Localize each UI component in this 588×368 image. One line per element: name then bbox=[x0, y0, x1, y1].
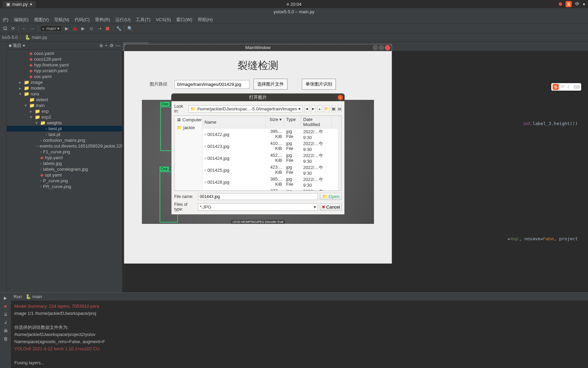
rerun-icon[interactable]: ▶ bbox=[2, 295, 9, 301]
chevron-icon[interactable]: ▾ bbox=[30, 114, 33, 120]
stop-button[interactable] bbox=[106, 27, 109, 30]
scrollbar[interactable] bbox=[338, 116, 341, 190]
new-folder-icon[interactable]: 📁 bbox=[324, 105, 329, 112]
chevron-icon[interactable]: ▾ bbox=[24, 103, 28, 108]
mainwindow-title-bar[interactable]: MainWindow bbox=[124, 44, 392, 51]
menu-code[interactable]: 代码(C) bbox=[72, 16, 92, 24]
profile-icon[interactable]: ⊙ bbox=[88, 25, 95, 32]
hide-icon[interactable]: — bbox=[116, 43, 120, 48]
coverage-icon[interactable]: ▶ bbox=[80, 25, 86, 32]
tree-item[interactable]: ▸📁models bbox=[7, 85, 122, 91]
print-icon[interactable]: 🖶 bbox=[2, 327, 9, 334]
nav-fwd-icon[interactable]: ► bbox=[311, 105, 315, 112]
col-date[interactable]: Date Modified bbox=[301, 116, 332, 128]
wrench-icon[interactable]: 🔧 bbox=[115, 25, 122, 32]
open-button[interactable]: 📁Open bbox=[320, 193, 342, 200]
filetype-select[interactable]: *.JPG▾ bbox=[198, 203, 318, 211]
attach-icon[interactable]: ⇢ bbox=[96, 25, 103, 32]
place-computer[interactable]: 🖥Computer bbox=[175, 116, 202, 124]
tree-item[interactable]: ▫last.pt bbox=[7, 132, 122, 137]
menu-tools[interactable]: 工具(T) bbox=[134, 16, 152, 24]
tree-item[interactable]: ▫P_curve.png bbox=[7, 178, 122, 184]
file-row[interactable]: ▫001429.jpg377…KiBjpg File2022/…午9:30 bbox=[202, 188, 338, 190]
run-button[interactable]: ▶ bbox=[63, 25, 70, 32]
chevron-icon[interactable]: ▸ bbox=[19, 86, 22, 91]
menu-vcs[interactable]: VCS(S) bbox=[154, 16, 173, 23]
menu-run[interactable]: 运行(U) bbox=[113, 16, 132, 24]
down-icon[interactable]: ⇊ bbox=[2, 311, 9, 317]
image-path-input[interactable] bbox=[175, 80, 249, 89]
tree-item[interactable]: ▸📁image bbox=[7, 79, 122, 85]
filename-input[interactable] bbox=[198, 193, 318, 200]
console-output[interactable]: Model Summary: 224 layers, 7053910 parai… bbox=[11, 301, 588, 368]
tree-item[interactable]: ◆coco.yaml bbox=[7, 50, 122, 56]
save-icon[interactable]: 🖫 bbox=[1, 25, 8, 32]
tree-item[interactable]: ◆coco128.yaml bbox=[7, 56, 122, 62]
select-image-button[interactable]: 选择图片文件 bbox=[254, 79, 288, 90]
col-type[interactable]: Type bbox=[284, 116, 301, 128]
record-icon[interactable] bbox=[559, 2, 562, 6]
stop-icon[interactable]: ■ bbox=[2, 303, 9, 309]
menu-view[interactable]: 视图(V) bbox=[32, 16, 51, 24]
menu-file[interactable]: (F) bbox=[1, 16, 11, 23]
tree-item[interactable]: ▸📁exp bbox=[7, 108, 122, 114]
nav-back-icon[interactable]: ◄ bbox=[305, 105, 309, 112]
project-tree[interactable]: ◆coco.yaml◆coco128.yaml◆hyp.finetune.yam… bbox=[7, 50, 122, 292]
chevron-icon[interactable]: ▸ bbox=[19, 80, 22, 85]
tree-item[interactable]: ▫labels_correlogram.jpg bbox=[7, 166, 122, 172]
file-row[interactable]: ▫001428.jpg365…KiBjpg File2022/…午9:30 bbox=[202, 176, 338, 188]
tree-item[interactable]: ▾📁train bbox=[7, 103, 122, 108]
target-icon[interactable]: ⊕ bbox=[99, 43, 103, 48]
wrap-icon[interactable]: ↲ bbox=[2, 319, 9, 325]
maximize-icon[interactable] bbox=[379, 45, 384, 50]
menu-help[interactable]: 帮助(H) bbox=[196, 16, 215, 24]
chevron-icon[interactable]: ▸ bbox=[30, 109, 33, 114]
sogou-ime-icon[interactable]: S bbox=[566, 1, 572, 7]
file-dialog-title-bar[interactable]: 打开图片 × bbox=[172, 94, 344, 101]
run-tab[interactable]: 🐍 main bbox=[26, 294, 42, 299]
tree-item[interactable]: ▾📁runs bbox=[7, 91, 122, 97]
ime-lang[interactable]: 中 bbox=[575, 1, 579, 7]
tree-item[interactable]: ◆hyp.finetune.yaml bbox=[7, 62, 122, 68]
tree-item[interactable]: ▫events.out.tfevents.1651056529.jackie.2… bbox=[7, 143, 122, 149]
file-row[interactable]: ▫001425.jpg423…KiBjpg File2022/…午9:30 bbox=[202, 164, 338, 176]
search-icon[interactable]: 🔍 bbox=[127, 25, 133, 32]
tree-item[interactable]: ▫F1_curve.png bbox=[7, 149, 122, 155]
col-size[interactable]: Size bbox=[270, 117, 278, 122]
tree-item[interactable]: ◆hyp.scratch.yaml bbox=[7, 68, 122, 74]
nav-up-icon[interactable]: ▲ bbox=[317, 105, 322, 112]
col-name[interactable]: Name bbox=[202, 116, 266, 128]
list-view-icon[interactable]: ▦ bbox=[331, 105, 336, 112]
detect-button[interactable]: 单张图片识别 bbox=[302, 79, 336, 90]
tree-item[interactable]: ◆hyp.yaml bbox=[7, 155, 122, 160]
menu-refactor[interactable]: 重构(R) bbox=[93, 16, 112, 24]
tree-item[interactable]: ◆opt.yaml bbox=[7, 172, 122, 178]
system-app-tab[interactable]: ▣ main.py ▾ bbox=[3, 1, 36, 7]
tree-item[interactable]: ▫confusion_matrix.png bbox=[7, 137, 122, 143]
run-config-select[interactable]: ▸ main ▾ bbox=[40, 25, 62, 32]
file-row[interactable]: ▫001423.jpg410…KiBjpg File2022/…午9:30 bbox=[202, 140, 338, 152]
tree-item[interactable]: ◆voc.yaml bbox=[7, 74, 122, 79]
tree-item[interactable]: ▫best.pt bbox=[7, 126, 122, 132]
tree-item[interactable]: ▫labels.jpg bbox=[7, 160, 122, 166]
close-icon[interactable]: × bbox=[338, 95, 343, 100]
file-row[interactable]: ▫001422.jpg395…KiBjpg File2022/…午9:30 bbox=[202, 128, 338, 140]
debug-button[interactable]: 🐞 bbox=[71, 25, 78, 32]
close-icon[interactable] bbox=[385, 45, 390, 50]
detail-view-icon[interactable]: ▤ bbox=[338, 105, 342, 112]
back-icon[interactable]: ← bbox=[21, 25, 28, 32]
ime-float[interactable]: S 中 ☾ ⌨ bbox=[551, 83, 581, 91]
forward-icon[interactable]: → bbox=[29, 25, 36, 32]
menu-edit[interactable]: 编辑(E) bbox=[12, 16, 31, 24]
tree-item[interactable]: ▾📁weights bbox=[7, 120, 122, 126]
menu-navigate[interactable]: 导航(N) bbox=[52, 16, 71, 24]
refresh-icon[interactable]: ⟳ bbox=[10, 25, 16, 32]
file-list[interactable]: ▫001422.jpg395…KiBjpg File2022/…午9:30▫00… bbox=[202, 128, 338, 190]
trash-icon[interactable]: 🗑 bbox=[2, 336, 9, 342]
place-home[interactable]: 📁jackie bbox=[175, 124, 202, 132]
tree-item[interactable]: ▾📁exp2 bbox=[7, 114, 122, 120]
breadcrumb-file[interactable]: main.py bbox=[32, 35, 47, 40]
cancel-button[interactable]: ✖Cancel bbox=[320, 203, 342, 211]
menu-window[interactable]: 窗口(W) bbox=[174, 16, 194, 24]
chevron-icon[interactable]: ▾ bbox=[19, 91, 22, 96]
